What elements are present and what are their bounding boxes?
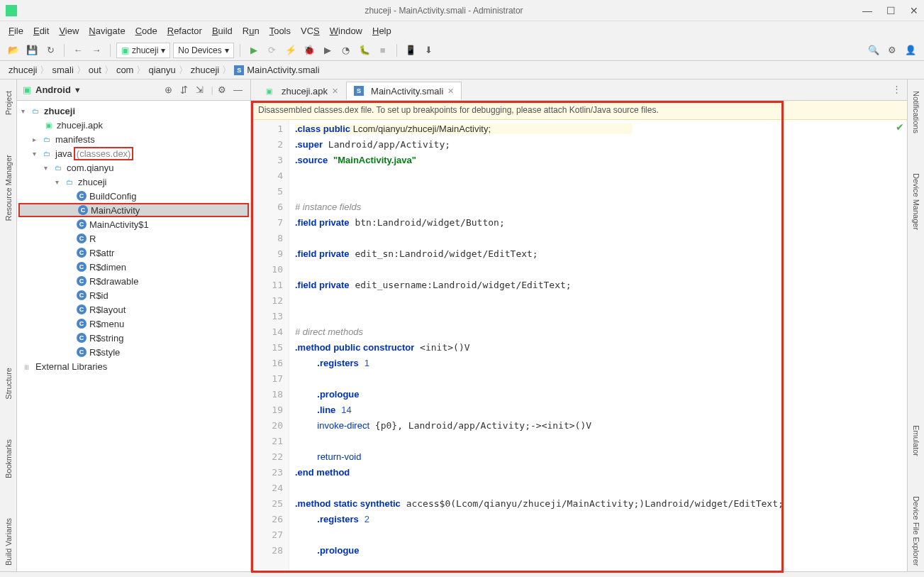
attach-debugger-icon[interactable]: 🐛 [357, 43, 372, 58]
menu-build[interactable]: Build [212, 26, 233, 36]
tree-item-mainactivity[interactable]: CMainActivity [18, 203, 249, 217]
profile-icon[interactable]: ◔ [338, 43, 354, 58]
tree-label: R [89, 233, 96, 244]
back-icon[interactable]: ← [70, 43, 86, 58]
hide-icon[interactable]: — [233, 84, 245, 96]
apply-changes-icon[interactable]: ⟳ [265, 43, 280, 58]
breadcrumb-item[interactable]: com [116, 65, 134, 75]
tree-item-rdimen[interactable]: CR$dimen [17, 260, 250, 274]
tree-item-mainactivity1[interactable]: CMainActivity$1 [17, 217, 250, 231]
separator [110, 44, 111, 57]
menu-refactor[interactable]: Refactor [167, 26, 202, 36]
separator [64, 44, 65, 57]
tab-build-variants[interactable]: Build Variants [3, 512, 14, 571]
tab-notifications[interactable]: Notifications [911, 85, 922, 139]
tree-item-java[interactable]: ▾🗀java (classes.dex) [17, 146, 250, 160]
open-icon[interactable]: 📂 [6, 43, 21, 58]
tree-item-rdrawable[interactable]: CR$drawable [17, 274, 250, 288]
editor-body[interactable]: 1234567891011121314151617181920212223242… [251, 120, 907, 571]
project-view-title[interactable]: Android [35, 84, 71, 95]
device-dropdown[interactable]: No Devices ▾ [173, 43, 233, 58]
save-icon[interactable]: 💾 [24, 43, 40, 58]
chevron-down-icon[interactable]: ▾ [75, 84, 80, 95]
tree-item-pkg2[interactable]: ▾🗀zhuceji [17, 175, 250, 189]
tab-structure[interactable]: Structure [3, 362, 14, 405]
tree-label: com.qianyu [67, 163, 113, 173]
coverage-icon[interactable]: ▶ [320, 43, 335, 58]
tree-label: R$dimen [89, 262, 126, 273]
more-icon[interactable]: ⋮ [892, 84, 901, 94]
tree-root[interactable]: ▾🗀zhuceji [17, 104, 250, 118]
breadcrumb-item[interactable]: out [89, 65, 101, 75]
tree-label: R$menu [89, 319, 124, 329]
tree-item-apk[interactable]: ▣zhuceji.apk [17, 118, 250, 132]
tab-emulator[interactable]: Emulator [911, 419, 922, 462]
close-icon[interactable]: ✕ [332, 87, 338, 96]
tree-item-rlayout[interactable]: CR$layout [17, 302, 250, 317]
menu-run[interactable]: Run [243, 26, 260, 36]
gear-icon[interactable]: ⚙ [218, 84, 229, 96]
tab-device-manager[interactable]: Device Manager [911, 167, 922, 236]
tree-label: zhuceji [44, 106, 75, 116]
tree-item-rstring[interactable]: CR$string [17, 331, 250, 345]
breadcrumb-sep: 〉 [104, 64, 113, 77]
editor-tab-apk[interactable]: ▣ zhuceji.apk ✕ [255, 82, 346, 100]
close-icon[interactable]: ✕ [447, 87, 454, 96]
run-icon[interactable]: ▶ [246, 43, 262, 58]
breadcrumb-item[interactable]: qianyu [148, 65, 175, 75]
forward-icon[interactable]: → [89, 43, 104, 58]
tab-device-file-explorer[interactable]: Device File Explorer [911, 490, 922, 571]
check-icon: ✔ [896, 121, 904, 133]
menu-edit[interactable]: Edit [33, 26, 49, 36]
tab-bookmarks[interactable]: Bookmarks [3, 434, 14, 484]
collapse-icon[interactable]: ⇵ [180, 84, 191, 96]
menu-vcs[interactable]: VCS [301, 26, 320, 36]
settings-icon[interactable]: ⚙ [884, 43, 900, 58]
tree-item-r[interactable]: CR [17, 231, 250, 246]
target-icon[interactable]: ⊕ [165, 84, 176, 96]
tree-item-pkg[interactable]: ▾🗀com.qianyu [17, 160, 250, 175]
avd-icon[interactable]: 📱 [403, 43, 418, 58]
breadcrumb-item[interactable]: zhuceji [191, 65, 219, 75]
expand-icon[interactable]: ⇲ [196, 84, 207, 96]
menu-help[interactable]: Help [372, 26, 391, 36]
menu-file[interactable]: File [9, 26, 23, 36]
sdk-icon[interactable]: ⬇ [421, 43, 437, 58]
menu-window[interactable]: Window [330, 26, 362, 36]
run-config-dropdown[interactable]: ▣ zhuceji ▾ [116, 43, 170, 58]
editor-tab-smali[interactable]: S MainActivity.smali ✕ [346, 82, 462, 100]
breadcrumb-item[interactable]: MainActivity.smali [247, 65, 319, 75]
breadcrumb-item[interactable]: smali [52, 65, 73, 75]
tree-item-rid[interactable]: CR$id [17, 288, 250, 302]
menu-view[interactable]: View [59, 26, 79, 36]
sync-icon[interactable]: ↻ [43, 43, 58, 58]
breadcrumb-item[interactable]: zhuceji [9, 65, 37, 75]
separator [240, 44, 240, 57]
tree-item-rattr[interactable]: CR$attr [17, 246, 250, 260]
tree-label: manifests [55, 134, 95, 145]
user-icon[interactable]: 👤 [903, 43, 918, 58]
toolbar: 📂 💾 ↻ ← → ▣ zhuceji ▾ No Devices ▾ ▶ ⟳ ⚡… [0, 40, 924, 61]
apk-icon: ▣ [263, 85, 274, 97]
editor-tabs: ▣ zhuceji.apk ✕ S MainActivity.smali ✕ ⋮ [251, 79, 907, 101]
stop-icon[interactable]: ■ [375, 43, 391, 58]
menu-navigate[interactable]: Navigate [89, 26, 125, 36]
minimize-button[interactable]: — [862, 5, 872, 16]
maximize-button[interactable]: ☐ [886, 5, 896, 16]
tab-project[interactable]: Project [3, 85, 14, 121]
debug-icon[interactable]: 🐞 [301, 43, 317, 58]
tab-resource-manager[interactable]: Resource Manager [3, 149, 14, 227]
tree-item-manifests[interactable]: ▸🗀manifests [17, 132, 250, 146]
search-icon[interactable]: 🔍 [866, 43, 881, 58]
tree-item-rstyle[interactable]: CR$style [17, 345, 250, 359]
menu-tools[interactable]: Tools [269, 26, 291, 36]
code-content[interactable]: .class public Lcom/qianyu/zhuceji/MainAc… [289, 120, 907, 571]
smali-icon: S [354, 86, 364, 96]
tree-item-extlib[interactable]: ⫼External Libraries [17, 359, 250, 373]
apply-code-icon[interactable]: ⚡ [283, 43, 299, 58]
close-button[interactable]: ✕ [910, 5, 918, 16]
tree-item-buildconfig[interactable]: CBuildConfig [17, 189, 250, 203]
menu-code[interactable]: Code [135, 26, 157, 36]
project-tree[interactable]: ▾🗀zhuceji ▣zhuceji.apk ▸🗀manifests ▾🗀jav… [17, 101, 250, 571]
tree-item-rmenu[interactable]: CR$menu [17, 317, 250, 331]
